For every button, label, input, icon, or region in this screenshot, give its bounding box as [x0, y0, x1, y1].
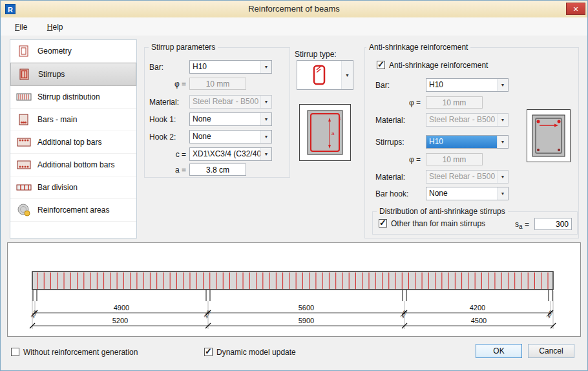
ok-button[interactable]: OK	[476, 344, 522, 358]
preview-dim-a: a	[331, 131, 335, 136]
bar-combo[interactable]: H10▼	[189, 60, 272, 74]
sidebar-item-label: Geometry	[37, 47, 72, 56]
geometry-icon	[14, 45, 34, 58]
as-material-value: Steel Rebar - B500	[426, 114, 497, 126]
other-than-main-checkbox[interactable]	[379, 219, 387, 228]
menu-help[interactable]: Help	[45, 21, 66, 33]
sidebar-item-additional-bottom-bars[interactable]: Additional bottom bars	[10, 154, 136, 176]
sidebar-item-label: Stirrup distribution	[37, 92, 100, 101]
stirrup-type-icon	[297, 61, 341, 89]
sidebar-item-bar-division[interactable]: Bar division	[10, 176, 136, 199]
anti-shrinkage-checkbox[interactable]	[377, 61, 385, 69]
as-material-combo: Steel Rebar - B500▼	[426, 113, 509, 127]
hook1-combo-value: None	[190, 113, 260, 125]
chevron-down-icon[interactable]: ▼	[341, 61, 353, 89]
additional-bottom-bars-icon	[14, 158, 34, 171]
hook2-label: Hook 2:	[149, 132, 176, 142]
span-dim: 4200	[470, 304, 485, 312]
sidebar-item-label: Bars - main	[37, 115, 77, 124]
phi-label: φ =	[149, 80, 186, 89]
as-stirrups-combo[interactable]: H10▼	[426, 135, 509, 149]
sa-label: sa =	[515, 220, 529, 230]
reinforcement-areas-icon	[14, 203, 34, 217]
sidebar-item-label: Additional top bars	[37, 138, 101, 147]
stirrup-type-label: Stirrup type:	[295, 50, 337, 59]
beam-elevation-drawing: 4900 5600 4200 300 300 300 300 5200 5900	[8, 243, 580, 336]
span-dim: 5600	[299, 304, 314, 312]
distribution-title: Distribution of anti-shrinkage stirrups	[377, 207, 508, 216]
bar-label: Bar:	[149, 63, 163, 72]
chevron-down-icon: ▼	[497, 171, 508, 183]
dimension-row-bottom: 5200 5900 4500	[30, 317, 556, 328]
a-label: a =	[149, 165, 186, 175]
sidebar-item-label: Stirrups	[38, 70, 65, 79]
chevron-down-icon: ▼	[260, 96, 271, 108]
phi-field: 10 mm	[189, 78, 246, 90]
chevron-down-icon[interactable]: ▼	[260, 148, 271, 160]
span-dim: 5200	[112, 317, 128, 324]
hook1-label: Hook 1:	[149, 115, 176, 124]
span-dim: 5900	[299, 317, 314, 324]
bar-combo-value: H10	[190, 61, 260, 73]
anti-shrinkage-section-preview	[527, 109, 571, 162]
chevron-down-icon[interactable]: ▼	[260, 61, 271, 73]
span-dim: 4500	[471, 317, 487, 324]
stirrup-type-combo[interactable]: ▼	[297, 60, 353, 90]
chevron-down-icon: ▼	[497, 114, 508, 126]
sidebar-item-stirrup-distribution[interactable]: Stirrup distribution	[10, 86, 136, 109]
additional-top-bars-icon	[14, 136, 34, 149]
sa-input[interactable]: 300	[534, 218, 572, 230]
stirrup-distribution-icon	[14, 90, 34, 103]
sidebar-item-bars-main[interactable]: Bars - main	[10, 109, 136, 131]
anti-shrinkage-checkbox-label: Anti-shrinkage reinforcement	[389, 61, 488, 70]
dynamic-update-label: Dynamic model update	[216, 348, 296, 357]
exposure-class-combo[interactable]: XD1\XC3/4 (C32/40,(▼	[189, 147, 272, 161]
stirrups-icon	[15, 68, 34, 81]
chevron-down-icon[interactable]: ▼	[497, 136, 508, 148]
without-generation-checkbox[interactable]	[11, 348, 19, 356]
hook2-combo[interactable]: None▼	[189, 130, 272, 143]
cancel-button[interactable]: Cancel	[528, 344, 574, 358]
bar-hook-combo[interactable]: None▼	[426, 187, 509, 200]
as-material2-label: Material:	[375, 173, 405, 182]
as-phi-label: φ =	[382, 98, 421, 107]
preview-dim-c: c	[339, 116, 341, 122]
sidebar-item-stirrups[interactable]: Stirrups	[10, 63, 136, 86]
as-bar-label: Bar:	[375, 81, 390, 90]
exposure-class-value: XD1\XC3/4 (C32/40,(	[190, 148, 260, 160]
menu-file[interactable]: File	[12, 21, 30, 33]
c-label: c =	[149, 150, 186, 159]
a-input[interactable]: 3.8 cm	[189, 164, 246, 176]
as-phi2-label: φ =	[382, 155, 421, 164]
chevron-down-icon[interactable]: ▼	[497, 79, 508, 91]
dynamic-update-checkbox[interactable]	[204, 348, 213, 356]
title-bar: R Reinforcement of beams ✕	[1, 1, 587, 18]
chevron-down-icon[interactable]: ▼	[260, 113, 271, 125]
sidebar: Geometry Stirrups Stirrup distribution B…	[10, 39, 137, 238]
anti-shrinkage-section-drawing	[529, 111, 569, 160]
stirrup-section-preview: a c	[299, 104, 351, 161]
window-title: Reinforcement of beams	[1, 1, 587, 17]
bars-main-icon	[14, 113, 34, 126]
hook1-combo[interactable]: None▼	[189, 112, 272, 126]
chevron-down-icon[interactable]: ▼	[260, 131, 271, 143]
as-material2-combo: Steel Rebar - B500▼	[426, 170, 509, 184]
sidebar-item-additional-top-bars[interactable]: Additional top bars	[10, 131, 136, 154]
material-combo: Steel Rebar - B500▼	[189, 95, 272, 109]
bar-hook-value: None	[426, 187, 497, 200]
close-button[interactable]: ✕	[566, 3, 585, 15]
stirrup-section-drawing: a c	[301, 106, 349, 159]
stirrup-parameters-title: Stirrup parameters	[149, 43, 218, 52]
menu-bar: File Help	[1, 17, 587, 36]
as-phi-field: 10 mm	[426, 96, 483, 109]
as-bar-combo[interactable]: H10▼	[426, 78, 509, 92]
hook2-combo-value: None	[190, 131, 260, 143]
bar-division-icon	[14, 181, 34, 194]
sidebar-item-geometry[interactable]: Geometry	[10, 40, 136, 63]
sidebar-item-reinforcement-areas[interactable]: Reinforcement areas	[10, 199, 136, 222]
reinforcement-of-beams-dialog: R Reinforcement of beams ✕ File Help Geo…	[0, 0, 588, 371]
beam-elevation-panel: 4900 5600 4200 300 300 300 300 5200 5900	[7, 242, 581, 337]
as-phi2-field: 10 mm	[426, 153, 483, 165]
without-generation-label: Without reinforcement generation	[23, 348, 138, 357]
chevron-down-icon[interactable]: ▼	[497, 187, 508, 200]
